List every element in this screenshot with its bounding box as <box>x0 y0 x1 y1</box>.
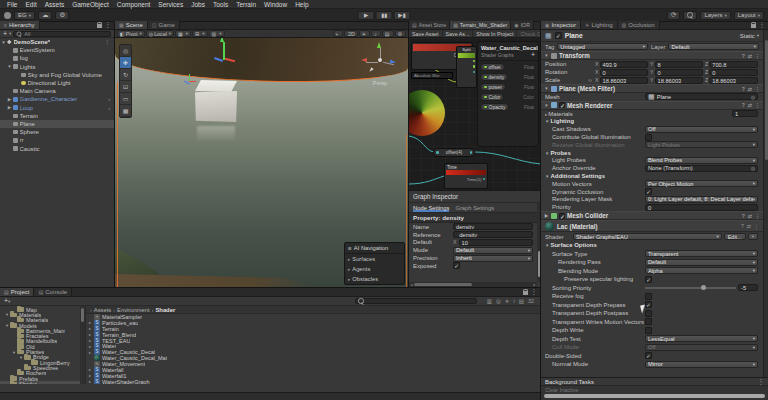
step-button[interactable]: ▶▮ <box>394 11 411 20</box>
text-field[interactable]: density <box>453 223 533 230</box>
inspector-row[interactable]: Transparent Depth Postpass ▾ <box>541 309 763 318</box>
2d-toggle[interactable]: 2D <box>344 30 358 37</box>
hidden-packages-icon[interactable]: ▤ <box>519 298 524 304</box>
inspector-row[interactable]: Rendering Layer Mask 0: Light Layer defa… <box>541 196 763 204</box>
foldout-arrow[interactable]: ▸ <box>348 267 350 272</box>
play-button[interactable]: ▶ <box>358 11 375 20</box>
foldout-arrow[interactable]: ▼ <box>544 86 549 91</box>
blackboard-property[interactable]: density Float <box>480 73 536 81</box>
mesh-collider-component-header[interactable]: ▶ Mesh Collider ?⇄⋮ <box>541 211 763 220</box>
dropdown[interactable]: Alpha▾ <box>645 267 758 274</box>
account-dropdown[interactable]: EG▾ <box>14 11 35 20</box>
foldout-arrow[interactable]: ▼ <box>0 40 7 45</box>
transform-component-header[interactable]: ▼ Transform ?⇄⋮ <box>541 51 763 60</box>
projection-label[interactable]: Persp <box>360 80 400 86</box>
breadcrumb-item[interactable]: Shader <box>152 307 176 313</box>
checkbox[interactable] <box>645 293 652 300</box>
scale-tool[interactable]: ⊡ <box>120 81 131 93</box>
shader-options-button[interactable]: ▾ <box>748 233 758 241</box>
material-menu-icon[interactable]: ⋮ <box>754 223 759 229</box>
inspector-row[interactable]: Transparent Writes Motion Vectors ▾ <box>541 318 763 327</box>
inspector-row[interactable]: Receive Global Illumination Light Probes… <box>541 141 763 149</box>
blackboard-property[interactable]: power Float <box>480 83 536 91</box>
project-file-row[interactable]: ▸ WaterShaderGraph <box>86 379 540 384</box>
inspector-row[interactable]: Anchor Override None (Transform)▾ None (… <box>541 164 763 172</box>
menu-item[interactable]: Services <box>154 1 187 8</box>
hierarchy-item[interactable]: Caustic <box>0 144 114 152</box>
ai-nav-item[interactable]: ▸Agents <box>345 264 404 274</box>
help-icon[interactable]: ? <box>742 102 745 108</box>
breadcrumb-item[interactable]: Environment <box>113 307 149 313</box>
cube-object[interactable] <box>195 80 237 124</box>
dropdown[interactable]: Transparent▾ <box>645 250 758 257</box>
tab-occlusion[interactable]: ▥Occlusion <box>618 21 660 29</box>
drag-handle-icon[interactable]: ≡ <box>348 245 352 252</box>
rotate-tool[interactable]: ↻ <box>120 69 131 81</box>
menu-item[interactable]: Jobs <box>187 1 209 8</box>
inspector-row[interactable]: Double-Sided ▾ <box>541 352 763 361</box>
component-menu-icon[interactable]: ⋮ <box>755 86 760 92</box>
inspector-row[interactable]: Rendering Pass Default▾ Default Default <box>541 258 763 267</box>
show-in-project-button[interactable]: Show In Project <box>473 30 517 37</box>
search-by-type-icon[interactable]: ▥ <box>487 298 492 304</box>
layout-dropdown[interactable]: Layout▾ <box>734 11 764 20</box>
panel-menu-icon[interactable]: ⋮ <box>105 21 112 29</box>
number-field[interactable]: 10 <box>459 239 533 246</box>
dropdown[interactable]: Default▾ <box>453 247 533 254</box>
save-as-button[interactable]: Save As... <box>443 30 474 37</box>
lock-icon[interactable] <box>97 24 102 28</box>
tab-terrain-mix-shader[interactable]: ▦Terrain_Mix_Shader <box>450 21 511 29</box>
dropdown[interactable]: Light Probes▾ <box>645 141 758 148</box>
checkbox[interactable] <box>645 276 652 283</box>
gizmo-y-cone[interactable] <box>377 42 381 48</box>
view-tool[interactable]: ◎ <box>120 45 131 57</box>
save-asset-button[interactable]: Save Asset <box>409 30 443 37</box>
presets-icon[interactable]: ⇄ <box>747 223 751 229</box>
object-name[interactable]: Plane <box>565 32 737 39</box>
prefab-open-chevron[interactable]: › <box>106 105 112 111</box>
inspector-row[interactable]: Light Probes Blend Probes▾ Blend Probes … <box>541 157 763 165</box>
inspector-row[interactable]: Probes ▾ ◎ <box>541 149 763 157</box>
input-port-dot[interactable] <box>436 151 439 154</box>
scene-audio-toggle[interactable]: ♪ <box>371 30 381 37</box>
text-field[interactable]: _density <box>453 231 533 238</box>
menu-item[interactable]: Edit <box>21 1 40 8</box>
move-tool[interactable]: ✛ <box>120 57 131 69</box>
component-menu-icon[interactable]: ⋮ <box>755 102 760 108</box>
space-dropdown[interactable]: Absolute Wor <box>411 72 453 79</box>
z-field[interactable]: Z0 <box>705 69 758 76</box>
graph-inspector-field[interactable]: Exposed X ▾ <box>409 262 541 270</box>
inspector-row[interactable]: Cull Mode Off▾ Off Off <box>541 343 763 352</box>
slider-thumb[interactable] <box>701 285 706 290</box>
slider[interactable] <box>645 287 736 289</box>
folder-item[interactable]: Shader <box>0 381 80 384</box>
blackboard[interactable]: Water_Caustic_Decal Shader Graphs + offs… <box>477 41 539 147</box>
z-field[interactable]: Z18.86003 <box>705 77 758 84</box>
tab-graph-settings[interactable]: Graph Settings <box>455 203 494 212</box>
tab-console[interactable]: ▤Console <box>34 288 72 296</box>
x-field[interactable]: X18.86003 <box>595 77 648 84</box>
rect-tool[interactable]: ▭ <box>120 93 131 105</box>
dropdown[interactable]: Off▾ <box>645 126 758 133</box>
scene-viewport[interactable]: ◎✛↻⊡▭▦ Persp ≡AI Navigation ▸Surfaces▸Ag… <box>115 38 408 287</box>
hierarchy-search-input[interactable]: All <box>13 31 111 37</box>
object-picker-icon[interactable]: ◎ <box>751 94 755 100</box>
menu-item[interactable]: File <box>3 1 21 8</box>
menu-item[interactable]: Window <box>260 1 291 8</box>
space-toggle[interactable]: ◎Local▾ <box>146 30 174 37</box>
snap-increment-dropdown[interactable]: ▥▾ <box>209 30 225 37</box>
port-dot[interactable] <box>473 71 476 74</box>
prefab-open-chevron[interactable]: ⋮ <box>103 39 113 45</box>
time-node[interactable]: Time Time(1) <box>444 163 488 189</box>
breadcrumb-item[interactable]: Assets <box>90 307 111 313</box>
x-field[interactable]: X0 <box>595 69 648 76</box>
blackboard-property[interactable]: Color Color <box>480 93 536 101</box>
scene-lighting-toggle[interactable]: ☀ <box>359 30 370 37</box>
foldout-arrow[interactable]: ▶ <box>6 97 13 102</box>
tab-lighting[interactable]: ☀Lighting <box>581 21 618 29</box>
help-icon[interactable]: ? <box>742 53 745 59</box>
inspector-row[interactable]: Preserve specular lighting ▾ <box>541 275 763 284</box>
mesh-object-field[interactable]: ▦Plane◎ <box>645 93 758 100</box>
y-field[interactable]: Y0 <box>650 69 703 76</box>
checkbox[interactable] <box>645 352 652 359</box>
